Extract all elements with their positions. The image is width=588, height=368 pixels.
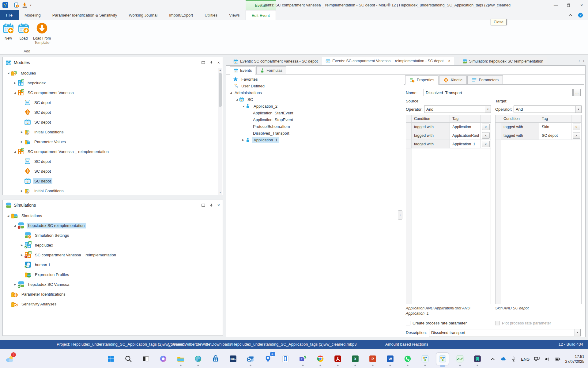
chevron-down-icon[interactable]: ▼ <box>575 106 581 113</box>
close-icon[interactable]: × <box>217 60 220 65</box>
tree-item-sc-compartment-vanessa-reimplementation[interactable]: ◢SC compartment Vanessa _ reimplementati… <box>3 147 218 156</box>
expander-icon[interactable]: ▶ <box>19 244 24 247</box>
tree-item-sc-depot[interactable]: SC depot <box>3 166 218 176</box>
tree-item-modules[interactable]: ◢Modules <box>3 68 218 78</box>
restore-button[interactable] <box>562 0 575 10</box>
tree-item-initial-conditions[interactable]: ▶ICInitial Conditions <box>3 127 218 137</box>
scroll-down-icon[interactable]: ▼ <box>218 190 222 195</box>
remove-condition-button[interactable]: × <box>482 132 490 139</box>
expander-icon[interactable]: ◢ <box>13 150 17 153</box>
taskbar-edge-button[interactable] <box>192 353 204 365</box>
condition-row[interactable]: tagged withApplicationRoot× <box>406 131 491 140</box>
tree-item-sc-compartment-vanessa[interactable]: ◢SC compartment Vanessa <box>3 88 218 98</box>
condition-row[interactable]: tagged withApplication× <box>406 123 491 131</box>
view-tab-formulas[interactable]: Formulas <box>256 66 286 75</box>
ribbon-tab-modeling[interactable]: Modeling <box>19 10 47 20</box>
target-operator-combo[interactable]: And▼ <box>514 105 582 113</box>
scroll-up-icon[interactable]: ▲ <box>218 68 222 72</box>
source-operator-combo[interactable]: And▼ <box>424 105 491 113</box>
clock[interactable]: 17:51 27/07/2025 <box>565 354 584 364</box>
tree-item-sc-depot[interactable]: SC depot <box>3 98 218 107</box>
microphone-icon[interactable] <box>511 356 517 362</box>
minimize-button[interactable]: — <box>549 0 562 10</box>
document-tab-events-sc-compartment-vanessa-sc-depot[interactable]: Events: SC compartment Vanessa - SC depo… <box>230 57 321 65</box>
ribbon-tab-working-journal[interactable]: Working Journal <box>123 10 163 20</box>
tree-item-application-1[interactable]: ▶Application_1 <box>227 136 402 143</box>
close-button[interactable]: × <box>575 0 588 10</box>
ribbon-tab-views[interactable]: Views <box>223 10 245 20</box>
taskbar-file-explorer-button[interactable] <box>175 353 187 365</box>
taskbar-dell-button[interactable]: DELL <box>227 353 239 365</box>
ribbon-tab-file[interactable]: File <box>0 10 19 20</box>
tree-item-application-2[interactable]: ◢Application_2 <box>227 103 402 109</box>
name-browse-button[interactable]: ... <box>573 89 581 96</box>
ribbon-tab-parameter-identification-sensitivity[interactable]: Parameter Identification & Sensitivity <box>47 10 123 20</box>
taskbar-maps-button[interactable]: 30 <box>262 353 274 365</box>
tree-item-hepcludex-sc-reimplementation[interactable]: ◢hepcludex SC reimplementation <box>3 220 223 230</box>
expander-icon[interactable]: ◢ <box>13 91 17 94</box>
name-input[interactable]: Dissolved_Transport <box>424 89 573 96</box>
condition-row[interactable]: tagged withApplication_1× <box>406 140 491 148</box>
load-from-template-button[interactable]: Load From Template <box>32 22 52 45</box>
properties-tab-parameters[interactable]: Parameters <box>467 75 503 85</box>
ribbon-tab-edit-event[interactable]: Edit Event <box>246 10 276 20</box>
tab-close-icon[interactable]: × <box>448 59 450 63</box>
taskbar-acrobat-button[interactable] <box>332 353 344 365</box>
taskbar-whatsapp-button[interactable] <box>401 353 414 365</box>
tree-item-sc-depot[interactable]: SC depot <box>3 117 218 127</box>
remove-condition-button[interactable]: × <box>482 141 490 147</box>
remove-condition-button[interactable]: × <box>573 124 580 130</box>
taskbar-search-button[interactable] <box>122 353 134 365</box>
tree-item-sc[interactable]: ◢SC <box>227 96 402 103</box>
pin-icon[interactable] <box>209 61 213 64</box>
taskbar-teams-button[interactable]: T <box>297 353 309 365</box>
remove-condition-button[interactable]: × <box>573 132 580 139</box>
column-header[interactable]: Condition <box>412 115 450 122</box>
taskbar-powerpoint-button[interactable]: P <box>367 353 379 365</box>
collapse-splitter-button[interactable]: ‹ <box>398 210 402 220</box>
tree-item-protocolschemaitem[interactable]: ProtocolSchemaItem <box>227 123 402 130</box>
new-button[interactable]: New <box>1 22 15 40</box>
tree-item-sc-depot[interactable]: SC depot <box>3 176 218 186</box>
ribbon-tab-utilities[interactable]: Utilities <box>199 10 223 20</box>
tree-item-hepcludex[interactable]: ▶PKSIMhepcludex <box>3 240 223 250</box>
remove-condition-button[interactable]: × <box>482 124 490 130</box>
load-button[interactable]: Load <box>17 22 31 40</box>
scroll-right-icon[interactable]: › <box>583 58 584 63</box>
tree-item-dissolved-transport[interactable]: Dissolved_Transport <box>227 130 402 136</box>
expander-icon[interactable]: ◢ <box>229 91 233 94</box>
tree-item-application-startevent[interactable]: Application_StartEvent <box>227 109 402 116</box>
expander-icon[interactable]: ▶ <box>241 139 245 141</box>
expander-icon[interactable]: ▶ <box>19 190 24 192</box>
taskbar-mobi-button[interactable] <box>419 353 431 365</box>
tree-item-sc-depot[interactable]: SC depot <box>3 107 218 117</box>
close-icon[interactable]: × <box>217 203 220 208</box>
help-icon[interactable]: ? <box>578 13 583 18</box>
condition-row[interactable]: tagged withSC depot× <box>496 131 581 140</box>
taskbar-task-view-button[interactable] <box>140 353 152 365</box>
import-icon[interactable] <box>22 2 28 8</box>
taskbar-outlook-button[interactable] <box>244 353 257 365</box>
tree-item-sc-compartment-vanessa-reimplementation[interactable]: ▶SC compartment Vanessa _ reimplementati… <box>3 250 223 260</box>
network-icon[interactable] <box>534 356 540 362</box>
tree-item-parameter-identifications[interactable]: Parameter Identifications <box>3 289 223 299</box>
volume-icon[interactable] <box>544 356 550 362</box>
expander-icon[interactable]: ◢ <box>241 105 245 108</box>
chevron-down-icon[interactable]: ▼ <box>485 106 491 113</box>
tree-item-parameter-values[interactable]: ▶PVParameter Values <box>3 137 218 147</box>
scroll-thumb[interactable] <box>219 73 222 107</box>
tray-chevron-up-icon[interactable] <box>490 356 496 362</box>
taskbar-pksim-button[interactable] <box>454 353 466 365</box>
tree-item-initial-conditions[interactable]: ▶ICInitial Conditions <box>3 186 218 195</box>
column-header[interactable]: Condition <box>501 115 539 122</box>
taskbar-word-button[interactable]: W <box>384 353 396 365</box>
taskbar-phone-link-button[interactable] <box>279 353 292 365</box>
tree-item-administrations[interactable]: ◢Administrations <box>227 89 402 96</box>
tree-item-simulations[interactable]: ◢Simulations <box>3 211 223 220</box>
quick-access-chevron-icon[interactable]: ▾ <box>30 4 32 7</box>
pin-icon[interactable] <box>209 203 213 207</box>
scroll-left-icon[interactable]: ‹ <box>579 58 580 63</box>
tree-item-simulation-settings[interactable]: Simulation Settings <box>3 230 223 240</box>
expander-icon[interactable]: ◢ <box>13 224 17 227</box>
expander-icon[interactable]: ◢ <box>235 98 239 101</box>
